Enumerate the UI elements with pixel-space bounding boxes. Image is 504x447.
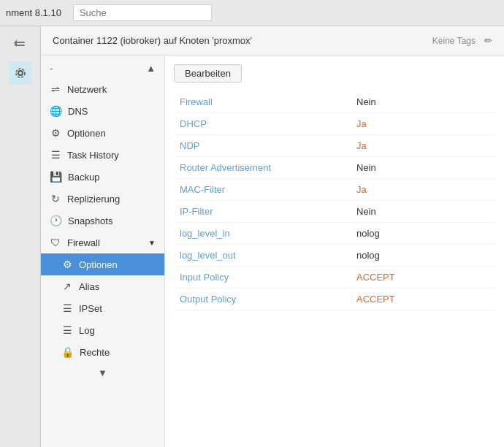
fw-rechte-lock-icon: 🔒 (61, 346, 74, 358)
network-icon: ⇌ (50, 83, 61, 95)
table-row: Router AdvertisementNein (174, 157, 495, 179)
sidebar-item-label: IPSet (79, 303, 102, 314)
sidebar-item-fw-ipset[interactable]: ☰ IPSet (41, 297, 164, 319)
table-row: IP-FilterNein (174, 201, 495, 223)
sidebar-item-dns[interactable]: 🌐 DNS (41, 100, 164, 122)
table-value: ACCEPT (351, 289, 495, 310)
table-row: Input PolicyACCEPT (174, 267, 495, 289)
sidebar-item-label: Optionen (79, 259, 118, 270)
sidebar-item-task-history[interactable]: ☰ Task History (41, 144, 164, 166)
snapshots-icon: 🕐 (50, 215, 62, 226)
table-value: Nein (351, 157, 495, 179)
left-strip (0, 26, 41, 447)
sidebar-up-nav[interactable]: - ▲ (41, 58, 164, 78)
sidebar-item-label: Firewall (67, 237, 100, 248)
sidebar-item-backup[interactable]: 💾 Backup (41, 166, 164, 188)
table-key: MAC-Filter (174, 179, 351, 201)
table-key: Output Policy (174, 289, 351, 310)
inner-layout: - ▲ ⇌ Netzwerk 🌐 DNS ⚙ Optionen ☰ Ta (41, 56, 504, 447)
edit-tags-icon[interactable]: ✏ (484, 35, 492, 46)
up-arrow-icon: ▲ (146, 63, 156, 74)
sidebar-item-label: Rechte (80, 347, 110, 358)
down-arrow-icon: ▼ (98, 367, 107, 378)
sidebar-item-label: Optionen (67, 128, 106, 139)
task-history-icon: ☰ (50, 149, 61, 161)
sidebar-down-nav[interactable]: ▼ (41, 363, 164, 383)
sidebar-item-label: Task History (67, 150, 119, 161)
sidebar-item-label: DNS (68, 106, 88, 117)
table-value: ACCEPT (351, 267, 495, 289)
search-input[interactable] (73, 4, 212, 21)
sidebar-item-fw-alias[interactable]: ↗ Alias (41, 275, 164, 297)
table-key: log_level_in (174, 223, 351, 245)
gear-icon (14, 66, 27, 80)
table-key: DHCP (174, 113, 351, 135)
sidebar-item-label: Snapshots (68, 215, 112, 226)
table-key: NDP (174, 135, 351, 157)
svg-point-4 (16, 69, 25, 77)
sidebar: - ▲ ⇌ Netzwerk 🌐 DNS ⚙ Optionen ☰ Ta (41, 56, 165, 447)
sidebar-item-label: Replizierung (67, 194, 120, 205)
table-area: Bearbeiten FirewallNeinDHCPJaNDPJaRouter… (165, 56, 504, 447)
firewall-shield-icon: 🛡 (50, 237, 61, 248)
table-key: Firewall (174, 91, 351, 113)
sidebar-item-label: Netzwerk (67, 84, 107, 95)
sidebar-item-replizierung[interactable]: ↻ Replizierung (41, 188, 164, 210)
sidebar-item-snapshots[interactable]: 🕐 Snapshots (41, 210, 164, 232)
replizierung-icon: ↻ (50, 193, 61, 205)
arrow-left-icon (14, 37, 27, 50)
table-row: DHCPJa (174, 113, 495, 135)
fw-log-icon: ☰ (61, 324, 73, 336)
left-icon-btn-1[interactable] (9, 32, 32, 56)
tags-label: Keine Tags (432, 36, 476, 46)
sidebar-item-label: Log (79, 325, 95, 336)
fw-optionen-gear-icon: ⚙ (61, 259, 73, 270)
table-value: Ja (351, 135, 495, 157)
svg-point-3 (18, 71, 23, 75)
breadcrumb: Container 1122 (iobroker) auf Knoten 'pr… (53, 35, 252, 46)
sidebar-item-fw-optionen[interactable]: ⚙ Optionen (41, 253, 164, 275)
sidebar-item-optionen[interactable]: ⚙ Optionen (41, 122, 164, 144)
table-value: Nein (351, 91, 495, 113)
table-key: Input Policy (174, 267, 351, 289)
left-icon-btn-gear[interactable] (9, 61, 32, 85)
edit-button[interactable]: Bearbeiten (174, 64, 242, 83)
content-area: Container 1122 (iobroker) auf Knoten 'pr… (41, 26, 504, 447)
table-row: MAC-FilterJa (174, 179, 495, 201)
sidebar-item-firewall[interactable]: 🛡 Firewall ▼ (41, 232, 164, 253)
sidebar-item-fw-rechte[interactable]: 🔒 Rechte (41, 341, 164, 363)
main-container: Container 1122 (iobroker) auf Knoten 'pr… (0, 26, 504, 447)
app-title: nment 8.1.10 (6, 7, 61, 18)
fw-alias-icon: ↗ (61, 280, 73, 292)
dash-label: - (50, 63, 53, 74)
table-row: FirewallNein (174, 91, 495, 113)
table-key: log_level_out (174, 245, 351, 267)
dns-icon: 🌐 (50, 105, 62, 117)
table-key: IP-Filter (174, 201, 351, 223)
table-value: nolog (351, 245, 495, 267)
table-row: log_level_innolog (174, 223, 495, 245)
table-value: Ja (351, 113, 495, 135)
table-value: nolog (351, 223, 495, 245)
table-value: Nein (351, 201, 495, 223)
top-bar: nment 8.1.10 (0, 0, 504, 26)
optionen-gear-icon: ⚙ (50, 127, 61, 139)
table-value: Ja (351, 179, 495, 201)
breadcrumb-bar: Container 1122 (iobroker) auf Knoten 'pr… (41, 26, 504, 56)
backup-icon: 💾 (50, 171, 62, 183)
sidebar-item-label: Alias (79, 281, 99, 292)
table-key: Router Advertisement (174, 157, 351, 179)
table-row: NDPJa (174, 135, 495, 157)
firewall-chevron-icon: ▼ (148, 239, 156, 247)
fw-ipset-icon: ☰ (61, 302, 73, 314)
settings-table: FirewallNeinDHCPJaNDPJaRouter Advertisem… (174, 91, 495, 310)
table-row: log_level_outnolog (174, 245, 495, 267)
table-row: Output PolicyACCEPT (174, 289, 495, 310)
sidebar-item-netzwerk[interactable]: ⇌ Netzwerk (41, 78, 164, 100)
sidebar-item-label: Backup (68, 172, 99, 183)
sidebar-item-fw-log[interactable]: ☰ Log (41, 319, 164, 341)
